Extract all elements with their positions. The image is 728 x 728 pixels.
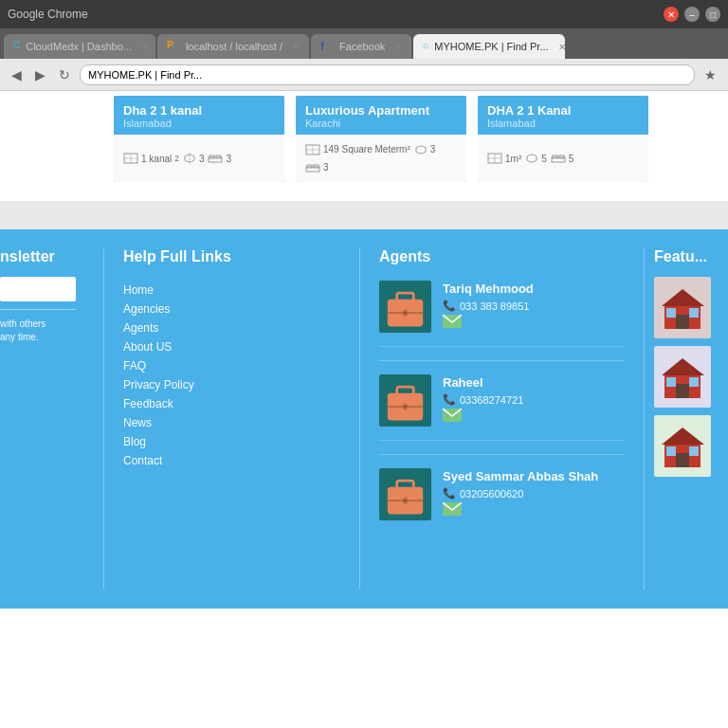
featured-section: Featu...	[645, 248, 720, 590]
myhome-favicon: ⌂	[423, 40, 428, 53]
agent-1-avatar	[379, 281, 431, 333]
help-link-feedback[interactable]: Feedback	[123, 394, 340, 413]
property-card-1-location: Islamabad	[123, 118, 275, 129]
property-card-3-beds: 5	[551, 154, 574, 164]
tab-myhome[interactable]: ⌂ MYHOME.PK | Find Pr... ✕	[413, 34, 565, 59]
newsletter-title: nsletter	[0, 248, 94, 265]
featured-card-2[interactable]	[654, 346, 711, 408]
browser-chrome: Google Chrome ✕ – □	[0, 0, 728, 28]
window-maximize-button[interactable]: □	[705, 7, 720, 22]
tab-cloudmedx-label: CloudMedx | Dashbo...	[26, 41, 132, 52]
phone-icon-3: 📞	[443, 487, 456, 500]
svg-rect-48	[689, 446, 699, 456]
property-card-3-header: DHA 2 1 Kanal Islamabad	[478, 96, 648, 135]
agent-1-info: Tariq Mehmood 📞 033 383 89851	[443, 282, 625, 332]
help-links-section: Help Full Links Home Agencies Agents Abo…	[104, 248, 360, 590]
bookmark-button[interactable]: ★	[701, 65, 720, 84]
help-link-contact[interactable]: Contact	[123, 451, 340, 470]
featured-image-3	[654, 415, 711, 477]
newsletter-divider	[0, 309, 76, 310]
phone-icon-1: 📞	[443, 300, 456, 312]
agent-card-3[interactable]: Syed Sammar Abbas Shah 📞 03205600620	[379, 468, 625, 534]
help-link-blog[interactable]: Blog	[123, 432, 340, 451]
footer: nsletter with others any time. Help Full…	[0, 229, 728, 609]
svg-rect-32	[403, 498, 407, 504]
property-card-2-title: Luxurious Apartment	[305, 103, 457, 118]
tab-myhome-label: MYHOME.PK | Find Pr...	[434, 41, 548, 52]
help-link-news[interactable]: News	[123, 413, 340, 432]
cloudmedx-favicon: C	[13, 40, 20, 53]
tab-cloudmedx[interactable]: C CloudMedx | Dashbo... ✕	[4, 34, 155, 59]
agent-1-phone: 📞 033 383 89851	[443, 300, 625, 312]
help-link-privacy[interactable]: Privacy Policy	[123, 375, 340, 394]
property-card-2-location: Karachi	[305, 118, 457, 129]
window-close-button[interactable]: ✕	[664, 7, 679, 22]
section-divider	[0, 201, 728, 229]
url-input[interactable]	[80, 64, 695, 85]
featured-image-2	[654, 346, 711, 408]
tab-myhome-close[interactable]: ✕	[558, 42, 566, 52]
newsletter-input[interactable]	[0, 277, 76, 301]
agent-1-email-icon	[443, 315, 625, 332]
property-card-2-header: Luxurious Apartment Karachi	[296, 96, 466, 135]
help-links-title: Help Full Links	[123, 248, 340, 265]
agent-3-info: Syed Sammar Abbas Shah 📞 03205600620	[443, 469, 625, 519]
newsletter-description: with others any time.	[0, 318, 94, 344]
svg-marker-40	[662, 358, 704, 375]
tab-facebook-close[interactable]: ✕	[394, 42, 402, 52]
property-card-3-location: Islamabad	[487, 118, 639, 129]
property-card-1-details: 1 kanal2 3 3	[114, 135, 284, 182]
facebook-favicon: f	[320, 40, 334, 53]
agent-3-avatar	[379, 468, 431, 520]
help-link-faq[interactable]: FAQ	[123, 356, 340, 375]
forward-button[interactable]: ▶	[31, 65, 49, 84]
tab-facebook-label: Facebook	[339, 41, 385, 52]
help-link-about[interactable]: About US	[123, 337, 340, 356]
agents-section: Agents Tariq Mehmood 📞 033 383 89851	[360, 248, 645, 590]
featured-card-3[interactable]	[654, 415, 711, 477]
refresh-button[interactable]: ↻	[55, 65, 74, 84]
agent-3-email-icon	[443, 502, 625, 519]
tab-facebook[interactable]: f Facebook ✕	[311, 34, 411, 59]
tab-bar: C CloudMedx | Dashbo... ✕ P localhost / …	[0, 28, 728, 59]
localhost-favicon: P	[167, 40, 180, 53]
agent-2-email-icon	[443, 409, 625, 426]
window-minimize-button[interactable]: –	[684, 7, 700, 22]
agents-title: Agents	[379, 248, 625, 265]
help-link-agents[interactable]: Agents	[123, 318, 340, 337]
svg-rect-43	[689, 377, 699, 387]
property-card-1-title: Dha 2 1 kanal	[123, 103, 275, 118]
property-card-3-area: 1m²	[487, 153, 521, 164]
svg-rect-42	[666, 377, 676, 387]
svg-rect-36	[676, 315, 689, 329]
suitcase-icon-3	[379, 468, 431, 520]
featured-card-1[interactable]	[654, 277, 711, 338]
newsletter-section: nsletter with others any time.	[0, 248, 104, 590]
tab-localhost[interactable]: P localhost / localhost / ✕	[157, 34, 309, 59]
tab-localhost-label: localhost / localhost /	[186, 41, 282, 52]
help-link-agencies[interactable]: Agencies	[123, 300, 340, 318]
property-card-1[interactable]: Dha 2 1 kanal Islamabad 1 kanal2 3 3	[114, 96, 284, 182]
property-card-1-baths: 3	[183, 153, 205, 164]
address-bar: ◀ ▶ ↻ ★	[0, 59, 728, 91]
svg-rect-25	[397, 387, 414, 395]
agent-3-phone: 📞 03205600620	[443, 487, 625, 500]
tab-cloudmedx-close[interactable]: ✕	[141, 42, 149, 52]
property-cards-section: Dha 2 1 kanal Islamabad 1 kanal2 3 3	[0, 91, 728, 201]
agent-card-2[interactable]: Raheel 📞 03368274721	[379, 374, 625, 441]
back-button[interactable]: ◀	[8, 65, 26, 84]
property-card-3-details: 1m² 5 5	[478, 135, 648, 182]
svg-rect-46	[676, 453, 689, 467]
property-card-1-header: Dha 2 1 kanal Islamabad	[114, 96, 284, 135]
tab-localhost-close[interactable]: ✕	[292, 42, 300, 52]
help-link-home[interactable]: Home	[123, 281, 340, 300]
property-card-3[interactable]: DHA 2 1 Kanal Islamabad 1m² 5 5	[478, 96, 648, 182]
svg-rect-37	[666, 308, 676, 318]
svg-rect-41	[676, 384, 689, 398]
agents-divider-1	[379, 360, 625, 361]
browser-title: Google Chrome	[8, 8, 660, 21]
featured-image-1	[654, 277, 711, 338]
agent-card-1[interactable]: Tariq Mehmood 📞 033 383 89851	[379, 281, 625, 347]
property-card-2[interactable]: Luxurious Apartment Karachi 149 Square M…	[296, 96, 466, 182]
agent-1-name: Tariq Mehmood	[443, 282, 625, 296]
